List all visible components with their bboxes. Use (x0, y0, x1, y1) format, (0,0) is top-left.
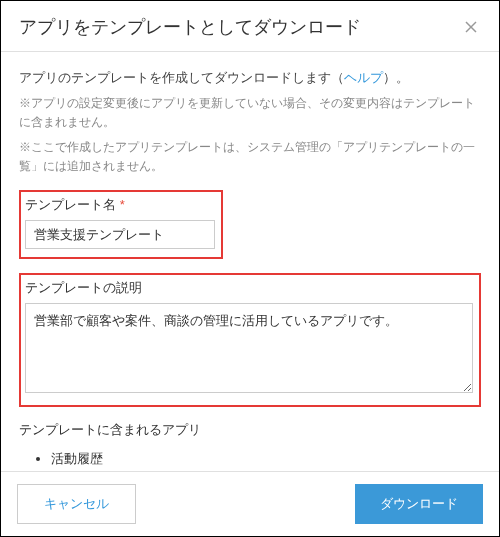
cancel-button[interactable]: キャンセル (17, 484, 136, 524)
template-name-highlight: テンプレート名 * (19, 190, 223, 259)
dialog-title: アプリをテンプレートとしてダウンロード (19, 15, 361, 39)
template-name-label-text: テンプレート名 (25, 197, 116, 212)
template-desc-label: テンプレートの説明 (25, 279, 473, 297)
template-desc-highlight: テンプレートの説明 (19, 273, 481, 407)
note-line-1: ※アプリの設定変更後にアプリを更新していない場合、その変更内容はテンプレートに含… (19, 94, 481, 132)
note-line-2: ※ここで作成したアプリテンプレートは、システム管理の「アプリテンプレートの一覧」… (19, 138, 481, 176)
intro-before: アプリのテンプレートを作成してダウンロードします（ (19, 70, 344, 85)
download-button[interactable]: ダウンロード (355, 484, 483, 524)
included-apps-label: テンプレートに含まれるアプリ (19, 421, 481, 439)
close-icon[interactable] (461, 17, 481, 37)
intro-after: ）。 (383, 70, 409, 85)
help-link[interactable]: ヘルプ (344, 70, 383, 85)
list-item: 活動履歴 (51, 447, 481, 470)
template-name-input[interactable] (25, 220, 215, 249)
template-name-label: テンプレート名 * (25, 196, 215, 214)
required-mark: * (120, 197, 125, 212)
template-desc-input[interactable] (25, 303, 473, 393)
intro-text: アプリのテンプレートを作成してダウンロードします（ヘルプ）。 (19, 68, 481, 88)
